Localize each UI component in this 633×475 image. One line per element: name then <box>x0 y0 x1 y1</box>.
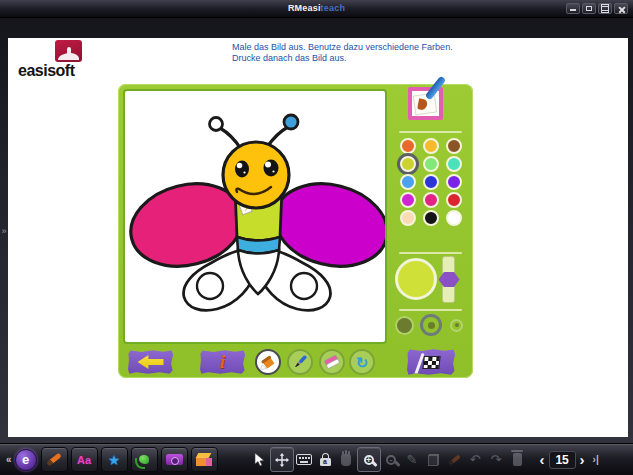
right-antenna-tip[interactable] <box>284 115 298 129</box>
reset-tool-button[interactable]: ↻ <box>349 349 375 375</box>
info-icon: i <box>220 353 225 371</box>
gift-box-front <box>196 458 206 466</box>
widgets-tools-button[interactable] <box>191 447 218 472</box>
color-swatch-white[interactable] <box>446 210 462 226</box>
move-icon <box>275 453 289 467</box>
magnifier-minus-icon: - <box>386 455 396 465</box>
zoom-out-button: - <box>381 447 402 473</box>
color-swatch-brown[interactable] <box>446 138 462 154</box>
color-swatch-deep-pink[interactable] <box>423 192 439 208</box>
lock-icon: a <box>320 453 331 466</box>
restore-button[interactable] <box>598 3 612 14</box>
brush-handle-icon <box>425 76 447 101</box>
finish-button[interactable] <box>407 349 455 375</box>
back-button[interactable] <box>128 350 173 374</box>
instruction-text: Male das Bild aus. Benutze dazu verschie… <box>232 42 532 64</box>
move-tool-button[interactable] <box>270 447 294 472</box>
redo-icon: ↷ <box>491 453 502 467</box>
next-page-button[interactable]: › <box>576 452 589 468</box>
keyboard-button[interactable] <box>294 447 315 473</box>
window-title: RMeasiteach <box>288 3 345 13</box>
fill-tool-button[interactable] <box>255 349 281 375</box>
color-swatch-magenta[interactable] <box>400 192 416 208</box>
refresh-icon: ↻ <box>356 355 369 370</box>
paint-bucket-icon <box>258 352 278 372</box>
butterfly-head[interactable] <box>223 142 289 208</box>
pointer-tool-button[interactable] <box>249 447 270 473</box>
brush-size-large[interactable] <box>397 318 412 333</box>
duplicate-button <box>423 447 444 473</box>
color-swatch-violet[interactable] <box>446 174 462 190</box>
left-antenna-tip[interactable] <box>210 118 223 131</box>
easisoft-logo: easisoft <box>18 40 128 80</box>
color-palette-grid <box>397 138 465 226</box>
shapes-tools-button[interactable]: ★ <box>101 447 128 472</box>
maximize-icon <box>583 4 595 13</box>
left-eye <box>235 161 249 178</box>
zoom-in-button[interactable]: + <box>357 447 381 472</box>
text-tools-button[interactable]: Aa <box>71 447 98 472</box>
eraser-tool-button[interactable] <box>319 349 345 375</box>
flag-pole <box>414 353 424 375</box>
left-eye-glint <box>243 171 245 173</box>
brush-size-dot <box>455 323 459 327</box>
paint-tools-button[interactable] <box>41 447 68 472</box>
color-swatch-orange[interactable] <box>400 138 416 154</box>
easisoft-logo-text: easisoft <box>18 62 128 80</box>
brush-size-medium[interactable] <box>423 317 439 333</box>
format-brush-icon <box>448 454 461 465</box>
colouring-activity: i <box>118 84 473 378</box>
instruction-line-2: Drucke danach das Bild aus. <box>232 53 532 64</box>
info-button[interactable]: i <box>200 350 245 374</box>
format-paint-button <box>444 447 465 473</box>
title-bar: RMeasiteach <box>0 0 633 18</box>
easiteach-menu-button[interactable]: e <box>15 449 37 471</box>
color-swatch-peach[interactable] <box>400 210 416 226</box>
checkered-flag-icon <box>422 356 440 369</box>
magnifier-plus-icon: + <box>364 455 374 465</box>
close-button[interactable] <box>614 3 628 14</box>
slider-handle[interactable] <box>439 272 460 287</box>
drawing-canvas[interactable] <box>123 89 387 344</box>
maximize-button[interactable] <box>582 3 596 14</box>
undo-button: ↶ <box>465 447 486 473</box>
color-swatch-blue[interactable] <box>423 174 439 190</box>
pen-tool-button: ✎ <box>402 447 423 473</box>
side-panel-handle[interactable]: » <box>0 38 8 437</box>
collapse-toolbar-icon[interactable]: « <box>6 454 12 465</box>
paint-mode-indicator[interactable] <box>408 87 443 120</box>
eraser-icon <box>322 352 342 372</box>
brush-size-group <box>397 314 463 336</box>
previous-page-button[interactable]: ‹ <box>536 452 549 468</box>
brush-size-small[interactable] <box>450 319 463 332</box>
palette-divider <box>399 131 462 133</box>
right-eye <box>264 160 279 177</box>
restore-icon <box>599 4 611 13</box>
color-swatch-black[interactable] <box>423 210 439 226</box>
hand-icon <box>341 454 351 466</box>
expand-panel-icon: » <box>1 226 6 236</box>
trash-icon <box>513 453 522 466</box>
undo-icon: ↶ <box>470 453 481 467</box>
lock-button[interactable]: a <box>315 447 336 473</box>
back-arrow-icon <box>138 355 164 370</box>
capture-tools-button[interactable] <box>161 447 188 472</box>
color-swatch-yellow-green[interactable] <box>400 156 416 172</box>
palette-divider <box>399 309 462 311</box>
right-eye-highlight <box>265 162 271 168</box>
minimize-icon <box>567 4 579 13</box>
size-slider[interactable] <box>442 256 455 303</box>
last-page-button[interactable]: ›| <box>593 454 599 465</box>
media-tools-button[interactable] <box>131 447 158 472</box>
brush-tool-button[interactable] <box>287 349 313 375</box>
star-icon: ★ <box>108 453 121 467</box>
close-icon <box>615 4 627 13</box>
color-swatch-red[interactable] <box>446 192 462 208</box>
color-swatch-amber[interactable] <box>423 138 439 154</box>
color-swatch-turquoise[interactable] <box>446 156 462 172</box>
page-number[interactable]: 15 <box>549 451 576 469</box>
color-swatch-light-green[interactable] <box>423 156 439 172</box>
color-swatch-sky-blue[interactable] <box>400 174 416 190</box>
window-controls <box>566 3 628 14</box>
minimize-button[interactable] <box>566 3 580 14</box>
